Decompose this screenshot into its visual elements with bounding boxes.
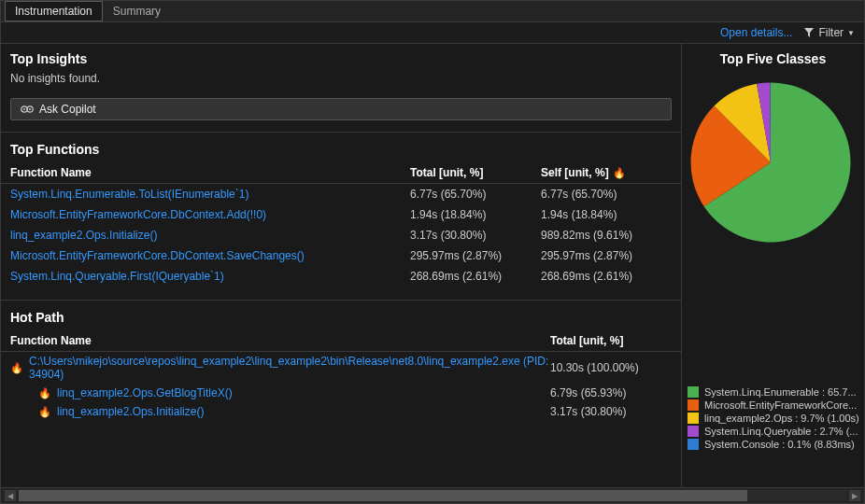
tab-summary[interactable]: Summary bbox=[103, 1, 171, 21]
table-row: Microsoft.EntityFrameworkCore.DbContext.… bbox=[1, 204, 681, 225]
copilot-icon bbox=[21, 103, 34, 116]
legend: System.Linq.Enumerable : 65.7...Microsof… bbox=[682, 382, 864, 455]
top-insights-title: Top Insights bbox=[1, 44, 681, 72]
chevron-down-icon: ▼ bbox=[847, 29, 855, 37]
total-cell: 295.97ms (2.87%) bbox=[410, 249, 541, 262]
table-row: 🔥linq_example2.Ops.Initialize()3.17s (30… bbox=[1, 402, 681, 421]
total-cell: 1.94s (18.84%) bbox=[410, 208, 541, 221]
legend-swatch bbox=[688, 426, 699, 437]
self-cell: 989.82ms (9.61%) bbox=[541, 229, 672, 242]
copilot-label: Ask Copilot bbox=[39, 103, 96, 116]
total-cell: 6.79s (65.93%) bbox=[550, 386, 672, 399]
scroll-thumb[interactable] bbox=[19, 490, 747, 501]
function-link[interactable]: Microsoft.EntityFrameworkCore.DbContext.… bbox=[10, 208, 410, 221]
tab-bar: Instrumentation Summary bbox=[1, 1, 864, 22]
function-link[interactable]: System.Linq.Queryable.First(IQueryable`1… bbox=[10, 270, 410, 283]
total-cell: 10.30s (100.00%) bbox=[550, 361, 672, 374]
filter-label: Filter bbox=[818, 26, 844, 39]
flame-icon: 🔥 bbox=[10, 362, 23, 374]
table-row: System.Linq.Enumerable.ToList(IEnumerabl… bbox=[1, 184, 681, 204]
funnel-icon bbox=[803, 27, 815, 38]
function-link[interactable]: 🔥C:\Users\mikejo\source\repos\linq_examp… bbox=[10, 355, 550, 381]
legend-item[interactable]: linq_example2.Ops : 9.7% (1.00s) bbox=[688, 412, 858, 425]
scroll-right-button[interactable]: ▶ bbox=[849, 490, 860, 501]
table-row: Microsoft.EntityFrameworkCore.DbContext.… bbox=[1, 245, 681, 266]
total-cell: 3.17s (30.80%) bbox=[550, 405, 672, 418]
filter-button[interactable]: Filter ▼ bbox=[803, 26, 855, 39]
function-link[interactable]: linq_example2.Ops.Initialize() bbox=[10, 229, 410, 242]
legend-label: System.Linq.Queryable : 2.7% (... bbox=[704, 426, 858, 437]
svg-point-3 bbox=[29, 108, 31, 110]
flame-icon: 🔥 bbox=[38, 406, 51, 418]
col-function-name[interactable]: Function Name bbox=[10, 166, 410, 179]
col-self[interactable]: Self [unit, %] 🔥 bbox=[541, 166, 672, 179]
legend-label: System.Linq.Enumerable : 65.7... bbox=[704, 386, 857, 398]
top-functions-title: Top Functions bbox=[1, 134, 681, 162]
total-cell: 6.77s (65.70%) bbox=[410, 188, 541, 201]
scroll-left-button[interactable]: ◀ bbox=[5, 490, 16, 501]
open-details-link[interactable]: Open details... bbox=[720, 26, 792, 39]
legend-swatch bbox=[688, 386, 699, 398]
function-link[interactable]: 🔥linq_example2.Ops.Initialize() bbox=[10, 405, 550, 418]
legend-item[interactable]: System.Console : 0.1% (8.83ms) bbox=[688, 438, 858, 451]
legend-label: Microsoft.EntityFrameworkCore... bbox=[704, 399, 857, 411]
table-row: System.Linq.Queryable.First(IQueryable`1… bbox=[1, 266, 681, 287]
self-cell: 268.69ms (2.61%) bbox=[541, 270, 672, 283]
table-row: linq_example2.Ops.Initialize()3.17s (30.… bbox=[1, 225, 681, 245]
total-cell: 268.69ms (2.61%) bbox=[410, 270, 541, 283]
legend-label: System.Console : 0.1% (8.83ms) bbox=[704, 439, 855, 450]
top-functions-table: Function Name Total [unit, %] Self [unit… bbox=[1, 162, 681, 287]
table-row: 🔥linq_example2.Ops.GetBlogTitleX()6.79s … bbox=[1, 384, 681, 402]
hot-path-title: Hot Path bbox=[1, 302, 681, 330]
insights-empty-text: No insights found. bbox=[1, 72, 681, 92]
pie-chart bbox=[687, 78, 855, 246]
self-cell: 6.77s (65.70%) bbox=[541, 188, 672, 201]
legend-item[interactable]: System.Linq.Enumerable : 65.7... bbox=[688, 385, 858, 399]
self-cell: 295.97ms (2.87%) bbox=[541, 249, 672, 262]
legend-swatch bbox=[688, 439, 699, 450]
ask-copilot-button[interactable]: Ask Copilot bbox=[10, 98, 672, 120]
horizontal-scrollbar[interactable]: ◀ ▶ bbox=[1, 488, 864, 503]
flame-icon: 🔥 bbox=[613, 167, 626, 179]
col-function-name[interactable]: Function Name bbox=[10, 334, 550, 347]
function-link[interactable]: 🔥linq_example2.Ops.GetBlogTitleX() bbox=[10, 386, 550, 399]
legend-item[interactable]: Microsoft.EntityFrameworkCore... bbox=[688, 399, 858, 412]
hot-path-table: Function Name Total [unit, %] 🔥C:\Users\… bbox=[1, 330, 681, 421]
chart-title: Top Five Classes bbox=[682, 44, 864, 74]
col-total[interactable]: Total [unit, %] bbox=[410, 166, 541, 179]
function-link[interactable]: System.Linq.Enumerable.ToList(IEnumerabl… bbox=[10, 188, 410, 201]
scroll-track[interactable] bbox=[19, 490, 846, 501]
flame-icon: 🔥 bbox=[38, 387, 51, 399]
total-cell: 3.17s (30.80%) bbox=[410, 229, 541, 242]
legend-item[interactable]: System.Linq.Queryable : 2.7% (... bbox=[688, 425, 858, 438]
self-cell: 1.94s (18.84%) bbox=[541, 208, 672, 221]
col-total[interactable]: Total [unit, %] bbox=[550, 334, 672, 347]
legend-swatch bbox=[688, 399, 699, 411]
svg-point-2 bbox=[23, 108, 25, 110]
legend-swatch bbox=[688, 413, 699, 424]
legend-label: linq_example2.Ops : 9.7% (1.00s) bbox=[704, 413, 858, 424]
function-link[interactable]: Microsoft.EntityFrameworkCore.DbContext.… bbox=[10, 249, 410, 262]
tab-instrumentation[interactable]: Instrumentation bbox=[5, 1, 103, 21]
toolbar: Open details... Filter ▼ bbox=[1, 22, 864, 44]
table-row: 🔥C:\Users\mikejo\source\repos\linq_examp… bbox=[1, 352, 681, 384]
